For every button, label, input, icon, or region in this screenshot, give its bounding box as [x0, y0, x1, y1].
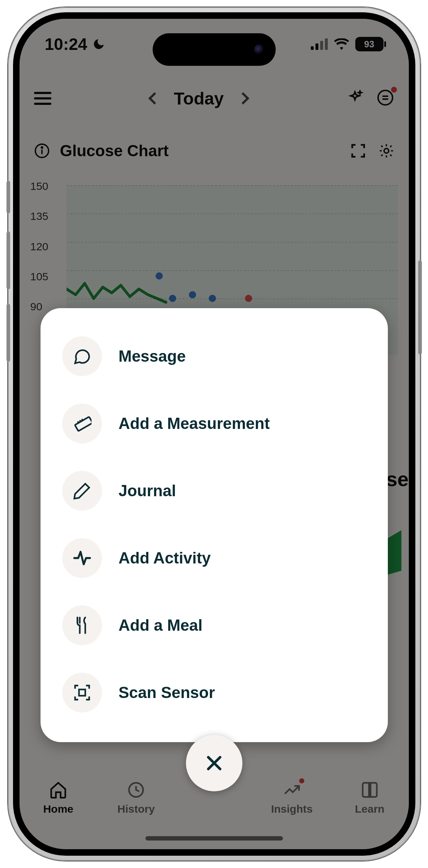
scan-icon — [62, 673, 102, 712]
sheet-item-activity[interactable]: Add Activity — [62, 524, 366, 592]
utensils-icon — [62, 605, 102, 645]
sheet-item-label: Add Activity — [119, 549, 211, 567]
phone-screen: 10:24 93 — [20, 19, 409, 849]
sheet-item-scan[interactable]: Scan Sensor — [62, 659, 366, 726]
silent-switch — [7, 181, 10, 213]
svg-rect-7 — [75, 417, 91, 431]
pencil-icon — [62, 471, 102, 511]
sheet-item-message[interactable]: Message — [62, 323, 366, 390]
sheet-item-label: Message — [119, 347, 186, 365]
sheet-item-meal[interactable]: Add a Meal — [62, 592, 366, 659]
sheet-item-label: Scan Sensor — [119, 684, 215, 702]
sheet-item-measurement[interactable]: Add a Measurement — [62, 390, 366, 457]
power-button — [418, 260, 422, 354]
action-sheet: MessageAdd a MeasurementJournalAdd Activ… — [41, 308, 388, 742]
sheet-item-label: Add a Measurement — [119, 414, 270, 433]
activity-icon — [62, 538, 102, 578]
sheet-item-label: Add a Meal — [119, 616, 203, 634]
phone-frame: 10:24 93 — [8, 7, 420, 861]
volume-up-button — [7, 231, 10, 289]
chat-bubble-icon — [62, 336, 102, 376]
close-sheet-button[interactable] — [186, 735, 242, 791]
sheet-item-label: Journal — [119, 482, 176, 500]
dynamic-island — [153, 33, 276, 66]
sheet-item-journal[interactable]: Journal — [62, 457, 366, 524]
close-icon — [204, 753, 224, 773]
volume-down-button — [7, 304, 10, 362]
ruler-icon — [62, 404, 102, 443]
svg-rect-11 — [79, 689, 85, 695]
